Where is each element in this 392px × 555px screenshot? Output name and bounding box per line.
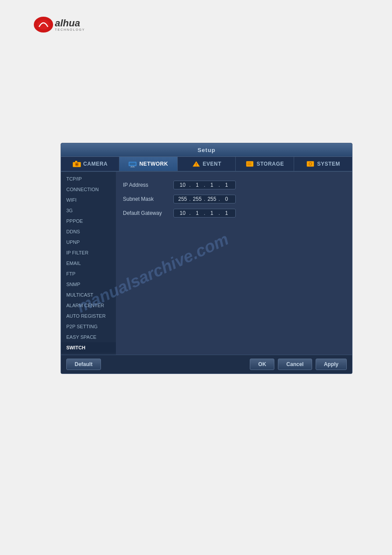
svg-rect-13 (196, 163, 197, 165)
content-area: TCP/IP CONNECTION WIFI 3G PPPOE DDNS UPN… (61, 172, 352, 355)
default-gateway-label: Default Gateway (123, 210, 173, 216)
tab-network-label: NETWORK (139, 161, 168, 167)
sidebar-item-switch[interactable]: SWITCH (61, 342, 116, 353)
svg-rect-5 (75, 161, 77, 162)
sidebar: TCP/IP CONNECTION WIFI 3G PPPOE DDNS UPN… (61, 172, 116, 355)
sidebar-item-p2p-setting[interactable]: P2P SETTING (61, 321, 116, 332)
sidebar-item-email[interactable]: EMAIL (61, 258, 116, 268)
svg-point-22 (309, 163, 311, 165)
tab-event[interactable]: EVENT (178, 157, 236, 171)
svg-rect-8 (130, 163, 135, 165)
sidebar-item-upnp[interactable]: UPNP (61, 237, 116, 247)
logo-brand: alhua (55, 18, 85, 29)
sidebar-item-wifi[interactable]: WIFI (61, 195, 116, 205)
tab-camera-label: CAMERA (83, 161, 108, 167)
default-gateway-input-group: . . . (173, 209, 236, 218)
sidebar-item-pppoe[interactable]: PPPOE (61, 216, 116, 226)
ip-address-octet-4[interactable] (220, 182, 233, 188)
sidebar-item-3g[interactable]: 3G (61, 205, 116, 216)
sidebar-item-alarm-center[interactable]: ALARM CENTER (61, 300, 116, 311)
default-button[interactable]: Default (66, 359, 101, 370)
svg-point-14 (196, 165, 197, 166)
default-gateway-octet-2[interactable] (191, 210, 203, 216)
sidebar-item-ftp[interactable]: FTP (61, 268, 116, 279)
cancel-button[interactable]: Cancel (278, 359, 312, 370)
top-nav: CAMERA NETWORK EVENT (61, 157, 352, 172)
subnet-mask-label: Subnet Mask (123, 196, 173, 202)
ip-address-octet-2[interactable] (191, 182, 203, 188)
tab-storage-label: STORAGE (256, 161, 284, 167)
tab-event-label: EVENT (203, 161, 222, 167)
ip-address-octet-1[interactable] (176, 182, 189, 188)
ok-button[interactable]: OK (250, 359, 274, 370)
sidebar-item-auto-register[interactable]: AUTO REGISTER (61, 311, 116, 321)
setup-dialog: Setup CAMERA NETWORK (61, 143, 352, 374)
bottom-bar: Default OK Cancel Apply (61, 355, 352, 374)
network-icon (128, 160, 137, 167)
camera-icon (72, 160, 81, 167)
tab-network[interactable]: NETWORK (119, 157, 178, 171)
logo-icon (33, 15, 54, 34)
tab-camera[interactable]: CAMERA (61, 157, 119, 171)
subnet-mask-octet-1[interactable] (176, 196, 189, 202)
ip-address-label: IP Address (123, 182, 173, 188)
svg-point-19 (252, 164, 252, 165)
action-buttons: OK Cancel Apply (250, 359, 347, 370)
setup-title: Setup (198, 147, 216, 153)
subnet-mask-input-group: . . . (173, 195, 236, 203)
setup-title-bar: Setup (61, 143, 352, 157)
default-gateway-octet-3[interactable] (206, 210, 218, 216)
svg-rect-15 (246, 161, 253, 167)
svg-point-4 (76, 163, 78, 165)
subnet-mask-octet-4[interactable] (220, 196, 233, 202)
system-icon (306, 160, 315, 167)
logo-subtitle: TECHNOLOGY (55, 28, 85, 31)
ip-address-octet-3[interactable] (206, 182, 218, 188)
tab-system-label: SYSTEM (317, 161, 340, 167)
default-gateway-octet-4[interactable] (220, 210, 233, 216)
main-panel: IP Address . . . Subnet Mask . (116, 172, 352, 355)
sidebar-item-easy-space[interactable]: EASY SPACE (61, 332, 116, 342)
default-gateway-row: Default Gateway . . . (123, 209, 345, 218)
sidebar-item-ddns[interactable]: DDNS (61, 226, 116, 237)
subnet-mask-row: Subnet Mask . . . (123, 195, 345, 203)
subnet-mask-octet-2[interactable] (191, 196, 203, 202)
ip-address-input-group: . . . (173, 181, 236, 189)
tab-system[interactable]: SYSTEM (294, 157, 352, 171)
sidebar-item-connection[interactable]: CONNECTION (61, 184, 116, 195)
svg-point-18 (252, 163, 252, 163)
sidebar-item-tcp-ip[interactable]: TCP/IP (61, 174, 116, 184)
sidebar-item-snmp[interactable]: SNMP (61, 279, 116, 290)
tab-storage[interactable]: STORAGE (236, 157, 294, 171)
storage-icon (245, 160, 254, 167)
default-gateway-octet-1[interactable] (176, 210, 189, 216)
logo-container: alhua TECHNOLOGY (33, 15, 85, 34)
subnet-mask-octet-3[interactable] (206, 196, 218, 202)
svg-point-1 (37, 20, 50, 29)
sidebar-item-ip-filter[interactable]: IP FILTER (61, 247, 116, 258)
apply-button[interactable]: Apply (316, 359, 347, 370)
ip-address-row: IP Address . . . (123, 181, 345, 189)
event-icon (192, 160, 201, 167)
sidebar-item-multicast[interactable]: MULTICAST (61, 290, 116, 300)
